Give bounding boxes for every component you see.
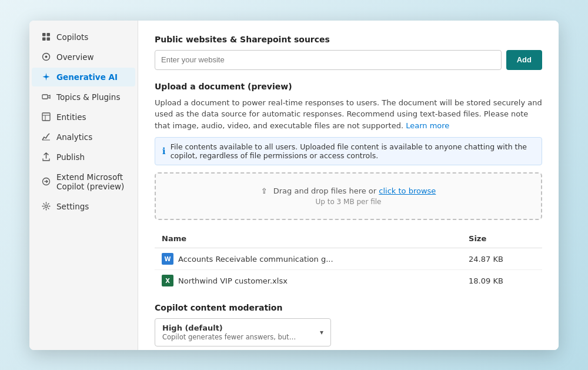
- file-name-cell: X Northwind VIP customer.xlsx: [155, 270, 462, 292]
- upload-section-title: Upload a document (preview): [155, 82, 542, 91]
- info-banner-text: File contents available to all users. Up…: [171, 142, 534, 160]
- moderation-select-sub: Copilot generates fewer answers, but res…: [162, 333, 298, 341]
- learn-more-link[interactable]: Learn more: [406, 121, 449, 130]
- main-window: Copilots Overview Generative AI: [29, 21, 559, 350]
- gear-icon: [41, 202, 51, 211]
- xlsx-file-icon: X: [162, 275, 173, 286]
- dropzone-sub-text: Up to 3 MB per file: [169, 198, 528, 206]
- chart-icon: [41, 132, 51, 142]
- sidebar-item-topics-plugins[interactable]: Topics & Plugins: [32, 88, 135, 106]
- dropzone-main-text: ⇪ Drag and drop files here or click to b…: [169, 186, 528, 195]
- svg-rect-7: [42, 113, 50, 121]
- sidebar-item-copilots[interactable]: Copilots: [32, 28, 135, 46]
- table-row: W Accounts Receivable communication g...…: [155, 248, 542, 270]
- browse-link[interactable]: click to browse: [379, 186, 436, 195]
- sidebar-item-overview-label: Overview: [56, 52, 94, 62]
- moderation-select-inner: High (default) Copilot generates fewer a…: [162, 324, 320, 341]
- sidebar-item-entities[interactable]: Entities: [32, 108, 135, 126]
- upload-description: Upload a document to power real-time res…: [155, 97, 542, 132]
- extend-icon: [41, 177, 51, 186]
- sidebar-item-generative-ai-label: Generative AI: [56, 72, 118, 82]
- svg-rect-0: [42, 33, 46, 36]
- moderation-select[interactable]: High (default) Copilot generates fewer a…: [155, 318, 331, 346]
- sparkle-icon: [41, 72, 51, 82]
- sidebar-item-extend-copilot[interactable]: Extend Microsoft Copilot (preview): [32, 168, 135, 196]
- add-button[interactable]: Add: [506, 50, 542, 70]
- table-icon: [41, 112, 51, 122]
- sidebar-item-copilots-label: Copilots: [56, 32, 88, 42]
- svg-rect-6: [42, 95, 48, 99]
- docx-file-icon: W: [162, 253, 173, 265]
- upload-drag-icon: ⇪: [261, 186, 268, 195]
- website-input[interactable]: [155, 50, 502, 70]
- file-size: 24.87 KB: [462, 248, 542, 270]
- files-table: Name Size W Accounts Receivable communic…: [155, 229, 542, 291]
- svg-point-12: [45, 205, 47, 207]
- col-header-size: Size: [462, 229, 542, 248]
- sidebar-item-extend-copilot-label: Extend Microsoft Copilot (preview): [56, 172, 126, 191]
- sidebar-item-publish[interactable]: Publish: [32, 148, 135, 166]
- table-row: X Northwind VIP customer.xlsx 18.09 KB: [155, 270, 542, 292]
- sidebar-item-topics-plugins-label: Topics & Plugins: [56, 92, 120, 102]
- sidebar-item-publish-label: Publish: [56, 152, 85, 162]
- file-name: Accounts Receivable communication g...: [178, 255, 333, 264]
- plugin-icon: [41, 92, 51, 102]
- grid-icon: [41, 32, 51, 42]
- sidebar: Copilots Overview Generative AI: [29, 21, 138, 350]
- file-size: 18.09 KB: [462, 270, 542, 292]
- upload-icon: [41, 152, 51, 162]
- website-row: Add: [155, 50, 542, 70]
- svg-rect-3: [46, 38, 50, 41]
- chevron-down-icon: ▾: [320, 328, 323, 336]
- sidebar-item-settings[interactable]: Settings: [32, 197, 135, 216]
- moderation-select-value: High (default): [162, 324, 320, 332]
- sidebar-item-settings-label: Settings: [56, 202, 89, 211]
- public-websites-title: Public websites & Sharepoint sources: [155, 35, 542, 44]
- main-content: Public websites & Sharepoint sources Add…: [138, 21, 559, 350]
- dropzone[interactable]: ⇪ Drag and drop files here or click to b…: [155, 172, 542, 220]
- overview-icon: [41, 52, 51, 62]
- sidebar-item-analytics[interactable]: Analytics: [32, 128, 135, 146]
- col-header-name: Name: [155, 229, 462, 248]
- info-banner: ℹ File contents available to all users. …: [155, 137, 542, 165]
- sidebar-item-generative-ai[interactable]: Generative AI: [32, 68, 135, 86]
- moderation-title: Copilot content moderation: [155, 303, 542, 312]
- svg-rect-2: [42, 38, 46, 41]
- file-name-cell: W Accounts Receivable communication g...: [155, 248, 462, 270]
- sidebar-item-entities-label: Entities: [56, 112, 86, 122]
- sidebar-item-overview[interactable]: Overview: [32, 48, 135, 66]
- file-name: Northwind VIP customer.xlsx: [178, 276, 288, 285]
- sidebar-item-analytics-label: Analytics: [56, 132, 92, 142]
- info-icon: ℹ: [162, 146, 166, 156]
- svg-point-5: [45, 56, 47, 58]
- svg-rect-1: [46, 33, 50, 36]
